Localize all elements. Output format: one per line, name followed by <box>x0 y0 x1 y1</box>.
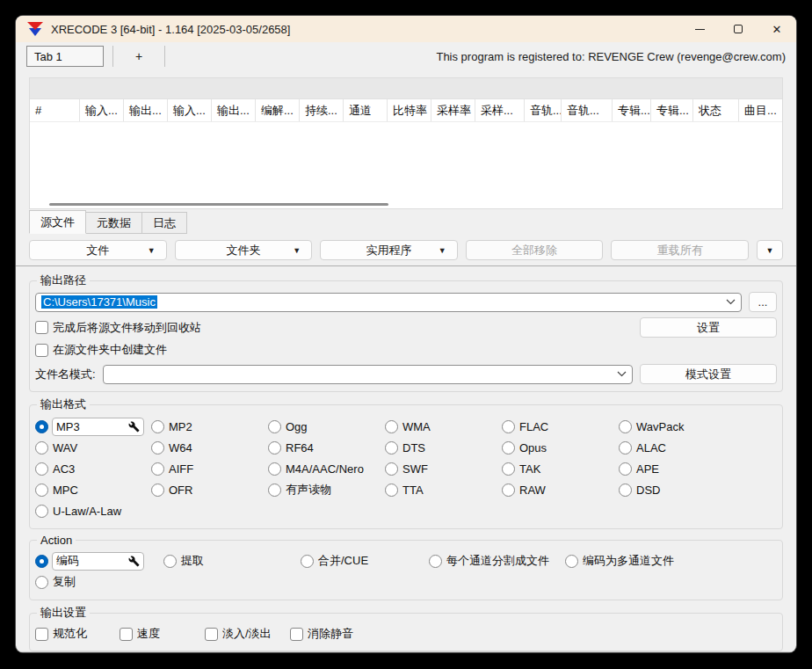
horizontal-scrollbar-thumb[interactable] <box>49 203 388 206</box>
settings-button[interactable]: 设置 <box>640 317 777 338</box>
tab-1[interactable]: Tab 1 <box>26 46 104 67</box>
chevron-down-icon <box>617 371 627 377</box>
tab-separator <box>164 46 165 67</box>
main-toolbar: 文件 ▼ 文件夹 ▼ 实用程序 ▼ 全部移除 重载所有 ▼ <box>29 240 783 260</box>
fade-checkbox[interactable] <box>205 628 218 641</box>
horizontal-scrollbar[interactable] <box>30 200 782 208</box>
format-radio-mpc[interactable] <box>35 484 48 497</box>
utilities-menu-button[interactable]: 实用程序 ▼ <box>320 240 458 260</box>
format-radio-flac[interactable] <box>502 420 515 433</box>
action-radio-extract[interactable] <box>163 555 177 568</box>
column-header-output[interactable]: 输出... <box>124 99 168 121</box>
tab-source-files-label: 源文件 <box>40 215 75 230</box>
mp3-label: MP3 <box>56 420 80 433</box>
dropdown-arrow-icon: ▼ <box>148 246 156 255</box>
format-radio-m4a-aac-nero[interactable] <box>268 462 281 476</box>
format-radio-alac[interactable] <box>619 441 632 454</box>
format-label: MPC <box>53 484 78 497</box>
folder-menu-button[interactable]: 文件夹 ▼ <box>175 240 313 260</box>
format-radio-ac3[interactable] <box>35 462 48 476</box>
format-radio-ulaw-alaw[interactable] <box>35 505 48 518</box>
output-settings-title: 输出设置 <box>37 605 90 621</box>
move-to-recycle-checkbox[interactable] <box>35 321 48 334</box>
column-header-album[interactable]: 专辑... <box>613 99 651 121</box>
action-radio-copy[interactable] <box>35 576 48 589</box>
column-header-input2[interactable]: 输入... <box>168 99 212 121</box>
action-radio-merge-cue[interactable] <box>301 555 314 568</box>
column-header-sample[interactable]: 采样... <box>475 99 525 121</box>
format-radio-mp2[interactable] <box>151 420 164 433</box>
format-radio-opus[interactable] <box>502 441 515 454</box>
registration-text: This program is registered to: REVENGE C… <box>436 50 786 63</box>
wrench-icon[interactable] <box>128 421 140 433</box>
format-radio-aiff[interactable] <box>151 462 164 476</box>
remove-silence-checkbox[interactable] <box>290 628 303 641</box>
close-button[interactable]: ✕ <box>758 16 796 42</box>
format-radio-w64[interactable] <box>151 441 164 454</box>
column-header-track[interactable]: 音轨... <box>525 99 562 121</box>
column-header-title[interactable]: 曲目... <box>739 99 779 121</box>
encode-settings-box[interactable]: 编码 <box>52 552 144 571</box>
format-label: TAK <box>519 462 540 476</box>
format-radio-ape[interactable] <box>619 462 632 476</box>
column-header-input[interactable]: 输入... <box>80 99 124 121</box>
format-radio-wma[interactable] <box>385 420 398 433</box>
tab-bar: Tab 1 + This program is registered to: R… <box>16 42 796 70</box>
format-radio-dts[interactable] <box>385 441 398 454</box>
speed-label: 速度 <box>137 626 160 642</box>
column-header-output2[interactable]: 输出... <box>212 99 256 121</box>
output-path-combobox[interactable]: C:\Users\17371\Music <box>35 293 742 312</box>
column-header-status[interactable]: 状态 <box>693 99 739 121</box>
format-radio-rf64[interactable] <box>268 441 281 454</box>
maximize-button[interactable] <box>719 16 758 42</box>
move-to-recycle-label: 完成后将源文件移动到回收站 <box>53 320 201 336</box>
mp3-settings-box[interactable]: MP3 <box>52 418 144 436</box>
output-path-group: 输出路径 C:\Users\17371\Music ... 完成后将源文件移动到… <box>29 273 783 392</box>
column-header-album2[interactable]: 专辑... <box>651 99 693 121</box>
column-header-samplerate[interactable]: 采样率 <box>431 99 475 121</box>
format-radio-mp3[interactable] <box>35 420 48 433</box>
browse-path-button[interactable]: ... <box>749 292 777 312</box>
minimize-button[interactable] <box>680 16 719 42</box>
action-radio-split-channels[interactable] <box>429 555 442 568</box>
format-radio-ogg[interactable] <box>268 420 281 433</box>
format-radio-dsd[interactable] <box>619 484 632 497</box>
create-in-source-checkbox[interactable] <box>35 344 48 357</box>
more-options-button[interactable]: ▼ <box>757 240 783 260</box>
format-radio-tak[interactable] <box>502 462 515 476</box>
minimize-icon <box>695 29 705 30</box>
folder-menu-label: 文件夹 <box>226 243 260 258</box>
tab-metadata[interactable]: 元数据 <box>86 212 142 234</box>
file-menu-button[interactable]: 文件 ▼ <box>29 240 167 260</box>
format-label: AC3 <box>53 462 75 476</box>
speed-checkbox[interactable] <box>120 628 133 641</box>
format-radio-swf[interactable] <box>385 462 398 476</box>
column-header-index[interactable]: # <box>30 99 80 121</box>
pattern-settings-button[interactable]: 模式设置 <box>640 364 777 384</box>
wrench-icon[interactable] <box>128 556 140 567</box>
tab-source-files[interactable]: 源文件 <box>29 210 86 234</box>
format-label: ALAC <box>636 441 666 454</box>
format-radio-tta[interactable] <box>385 484 398 497</box>
filename-pattern-combobox[interactable] <box>103 365 633 384</box>
normalize-checkbox[interactable] <box>35 628 48 641</box>
remove-all-button[interactable]: 全部移除 <box>466 240 604 260</box>
action-radio-encode[interactable] <box>35 555 48 568</box>
add-tab-button[interactable]: + <box>113 46 164 67</box>
format-radio-ofr[interactable] <box>151 484 164 497</box>
format-radio-audiobook[interactable] <box>268 484 281 497</box>
column-header-track2[interactable]: 音轨... <box>562 99 613 121</box>
filename-pattern-label: 文件名模式: <box>35 367 96 382</box>
format-radio-raw[interactable] <box>502 484 515 497</box>
column-header-bitrate[interactable]: 比特率 <box>388 99 431 121</box>
column-header-duration[interactable]: 持续... <box>300 99 344 121</box>
action-radio-multichannel[interactable] <box>565 555 578 568</box>
column-header-channels[interactable]: 通道 <box>344 99 388 121</box>
tab-log[interactable]: 日志 <box>142 212 187 234</box>
format-radio-wav[interactable] <box>35 441 48 454</box>
tab-metadata-label: 元数据 <box>97 215 131 231</box>
reload-all-button[interactable]: 重载所有 <box>611 240 749 260</box>
format-label: OFR <box>169 484 192 497</box>
column-header-codec[interactable]: 编解... <box>256 99 300 121</box>
format-radio-wavpack[interactable] <box>619 420 632 433</box>
